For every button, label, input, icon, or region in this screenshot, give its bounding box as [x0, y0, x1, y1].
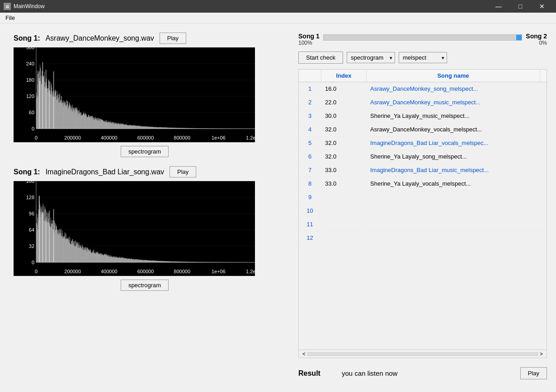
maximize-button[interactable]: □ — [510, 0, 531, 13]
table-row[interactable]: 833.0Sherine_Ya Layaly_vocals_melspect..… — [299, 177, 547, 191]
window-title: MainWindow — [14, 3, 488, 9]
td-song-name: Asrawy_DanceMonkey_music_melspect... — [367, 97, 547, 107]
dropdown1-select[interactable]: spectrogram melspect — [347, 52, 395, 63]
table-header: Index Song name — [299, 70, 547, 82]
table-row[interactable]: 10 — [299, 204, 547, 218]
td-index: 30.0 — [321, 111, 367, 121]
song1-header: Song 1: Asrawy_DanceMonkey_song.wav Play — [14, 33, 276, 44]
song2-filename: ImagineDragons_Bad Liar_song.wav — [46, 168, 164, 176]
right-panel: Song 1 100% Song 2 0% Start check spectr… — [289, 23, 556, 392]
td-song-name — [367, 236, 547, 240]
td-row-num: 5 — [299, 138, 321, 148]
song2-progress-row: Song 2 0% — [526, 33, 547, 46]
table-row[interactable]: 12 — [299, 231, 547, 245]
td-row-num: 10 — [299, 205, 321, 216]
td-row-num: 9 — [299, 192, 321, 202]
song1-section: Song 1: Asrawy_DanceMonkey_song.wav Play… — [14, 33, 276, 157]
result-label: Result — [298, 369, 335, 378]
td-song-name — [367, 223, 547, 226]
td-song-name: ImagineDragons_Bad Liar_vocals_melspec..… — [367, 138, 547, 148]
song1-pct: 100% — [298, 40, 320, 46]
table-row[interactable]: 532.0ImagineDragons_Bad Liar_vocals_mels… — [299, 136, 547, 150]
dropdown1-wrapper[interactable]: spectrogram melspect — [347, 52, 395, 63]
table-row[interactable]: 330.0Sherine_Ya Layaly_music_melspect... — [299, 109, 547, 123]
table-row[interactable]: 432.0Asrawy_DanceMonkey_vocals_melspect.… — [299, 123, 547, 136]
table-row[interactable]: 733.0ImagineDragons_Bad Liar_music_melsp… — [299, 163, 547, 177]
table-row[interactable]: 632.0Sherine_Ya Layaly_song_melspect... — [299, 150, 547, 163]
td-row-num: 11 — [299, 219, 321, 229]
song2-spectrogram-button[interactable]: spectrogram — [121, 280, 169, 291]
song2-progress-label: Song 2 — [526, 33, 547, 40]
td-song-name — [367, 196, 547, 199]
td-index: 33.0 — [321, 178, 367, 189]
header-index: Index — [321, 70, 367, 82]
song1-spectrogram-button[interactable]: spectrogram — [121, 146, 169, 157]
table-row[interactable]: 116.0Asrawy_DanceMonkey_song_melspect... — [299, 82, 547, 96]
menu-bar: File — [0, 13, 556, 23]
song1-canvas — [14, 47, 255, 142]
song1-progress-label: Song 1 — [298, 33, 320, 40]
start-check-button[interactable]: Start check — [298, 51, 343, 64]
td-index — [321, 196, 367, 199]
td-index — [321, 209, 367, 213]
td-index: 32.0 — [321, 138, 367, 148]
td-index — [321, 223, 367, 226]
result-value: you can listen now — [342, 369, 513, 377]
td-row-num: 1 — [299, 84, 321, 94]
menu-file[interactable]: File — [2, 14, 19, 22]
title-bar: 🖥 MainWindow — □ ✕ — [0, 0, 556, 13]
song1-play-button[interactable]: Play — [160, 33, 186, 44]
td-song-name: Sherine_Ya Layaly_song_melspect... — [367, 151, 547, 162]
td-song-name: Asrawy_DanceMonkey_vocals_melspect... — [367, 124, 547, 135]
table-row[interactable]: 11 — [299, 218, 547, 231]
left-panel: Song 1: Asrawy_DanceMonkey_song.wav Play… — [0, 23, 289, 392]
td-index: 32.0 — [321, 151, 367, 162]
song1-label: Song 1: — [14, 34, 40, 42]
minimize-button[interactable]: — — [488, 0, 509, 13]
td-index: 32.0 — [321, 124, 367, 135]
table-row[interactable]: 222.0Asrawy_DanceMonkey_music_melspect..… — [299, 96, 547, 109]
td-row-num: 12 — [299, 233, 321, 243]
dropdown2-select[interactable]: melspect spectrogram — [399, 52, 447, 63]
song2-spectrogram — [14, 181, 255, 276]
td-row-num: 3 — [299, 111, 321, 121]
scroll-left-arrow[interactable]: < — [301, 351, 307, 357]
scroll-right-arrow[interactable]: > — [538, 351, 545, 357]
main-content: Song 1: Asrawy_DanceMonkey_song.wav Play… — [0, 23, 556, 392]
header-song-name: Song name — [367, 70, 540, 82]
song2-canvas — [14, 181, 255, 276]
song2-header: Song 1: ImagineDragons_Bad Liar_song.wav… — [14, 166, 276, 177]
close-button[interactable]: ✕ — [532, 0, 552, 13]
horizontal-scrollbar[interactable]: < > — [299, 350, 547, 358]
td-song-name — [367, 209, 547, 213]
progress-bar — [323, 34, 523, 41]
header-row-num — [299, 70, 321, 82]
td-row-num: 4 — [299, 124, 321, 135]
song1-progress-row: Song 1 100% — [298, 33, 320, 46]
header-scrollbar-spacer — [540, 70, 547, 82]
result-play-button[interactable]: Play — [520, 367, 547, 379]
table-row[interactable]: 9 — [299, 191, 547, 204]
app-icon: 🖥 — [4, 3, 11, 10]
td-index — [321, 236, 367, 240]
td-index: 16.0 — [321, 84, 367, 94]
td-row-num: 7 — [299, 165, 321, 175]
song2-play-button[interactable]: Play — [170, 166, 196, 177]
song2-label: Song 1: — [14, 168, 40, 176]
td-song-name: Asrawy_DanceMonkey_song_melspect... — [367, 84, 547, 94]
song2-section: Song 1: ImagineDragons_Bad Liar_song.wav… — [14, 166, 276, 291]
td-index: 33.0 — [321, 165, 367, 175]
table-body: 116.0Asrawy_DanceMonkey_song_melspect...… — [299, 82, 547, 350]
td-song-name: ImagineDragons_Bad Liar_music_melspect..… — [367, 165, 547, 175]
results-table: Index Song name 116.0Asrawy_DanceMonkey_… — [298, 69, 547, 358]
progress-section: Song 1 100% Song 2 0% — [298, 33, 547, 46]
window-controls: — □ ✕ — [488, 0, 552, 13]
td-row-num: 8 — [299, 178, 321, 189]
result-row: Result you can listen now Play — [298, 364, 547, 383]
h-scroll-track[interactable] — [307, 352, 538, 356]
song1-filename: Asrawy_DanceMonkey_song.wav — [46, 34, 154, 42]
td-row-num: 6 — [299, 151, 321, 162]
td-song-name: Sherine_Ya Layaly_vocals_melspect... — [367, 178, 547, 189]
dropdown2-wrapper[interactable]: melspect spectrogram — [399, 52, 447, 63]
td-row-num: 2 — [299, 97, 321, 107]
